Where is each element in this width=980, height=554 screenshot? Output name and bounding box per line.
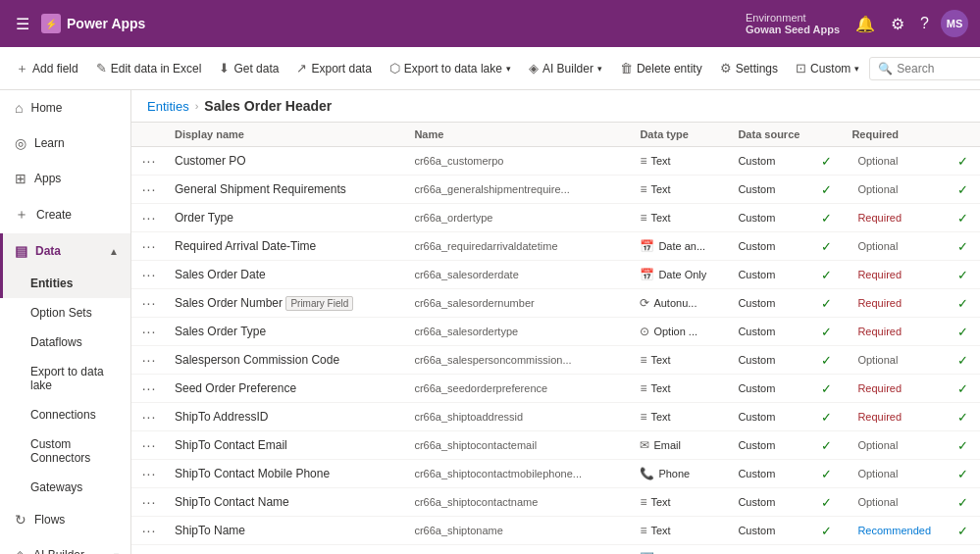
row-check-2[interactable]: ✓	[808, 204, 844, 232]
row-more-8[interactable]: ···	[131, 375, 167, 403]
sidebar-item-option-sets[interactable]: Option Sets	[0, 298, 130, 327]
row-more-4[interactable]: ···	[131, 261, 167, 289]
export-data-button[interactable]: ↗ Export data	[288, 56, 379, 80]
row-end-check-1[interactable]: ✓	[945, 176, 980, 204]
more-dots-icon[interactable]: ···	[142, 494, 157, 510]
sidebar-item-export-lake[interactable]: Export to data lake	[0, 357, 130, 400]
settings-button[interactable]: ⚙ Settings	[712, 56, 786, 80]
more-dots-icon[interactable]: ···	[142, 380, 157, 396]
more-dots-icon[interactable]: ···	[142, 523, 157, 538]
row-end-check-0[interactable]: ✓	[945, 147, 980, 176]
sidebar-item-dataflows[interactable]: Dataflows	[0, 327, 130, 357]
row-end-check-5[interactable]: ✓	[945, 289, 980, 318]
row-end-check-7[interactable]: ✓	[945, 346, 980, 375]
row-datasrc-7: Custom	[730, 346, 808, 375]
export-lake-button[interactable]: ⬡ Export to data lake ▾	[382, 56, 519, 80]
row-check-1[interactable]: ✓	[808, 176, 844, 204]
row-end-check-6[interactable]: ✓	[945, 318, 980, 346]
more-dots-icon[interactable]: ···	[142, 238, 157, 254]
sidebar-item-gateways[interactable]: Gateways	[0, 473, 130, 502]
sidebar-item-create[interactable]: ＋ Create	[0, 196, 130, 233]
row-check-5[interactable]: ✓	[808, 289, 844, 318]
sidebar-item-ai-builder[interactable]: ◈ AI Builder ▾	[0, 537, 130, 554]
row-more-9[interactable]: ···	[131, 403, 167, 431]
row-check-7[interactable]: ✓	[808, 346, 844, 375]
more-dots-icon[interactable]: ···	[142, 267, 157, 282]
col-header-name[interactable]: Name	[406, 123, 632, 147]
more-dots-icon[interactable]: ···	[142, 210, 157, 226]
row-end-check-13[interactable]: ✓	[945, 517, 980, 545]
more-dots-icon[interactable]: ···	[142, 153, 157, 169]
row-check-12[interactable]: ✓	[808, 488, 844, 517]
sidebar-item-flows[interactable]: ↻ Flows	[0, 502, 130, 537]
row-check-10[interactable]: ✓	[808, 431, 844, 460]
search-box[interactable]: 🔍	[869, 57, 980, 80]
col-header-type[interactable]: Data type	[632, 123, 730, 147]
hamburger-icon[interactable]: ☰	[12, 11, 33, 37]
row-check-6[interactable]: ✓	[808, 318, 844, 346]
row-check-8[interactable]: ✓	[808, 375, 844, 403]
row-more-14[interactable]: ···	[131, 545, 167, 555]
col-header-display[interactable]: Display name	[167, 123, 406, 147]
row-end-check-4[interactable]: ✓	[945, 261, 980, 289]
col-header-required[interactable]: Required	[844, 123, 945, 147]
more-dots-icon[interactable]: ···	[142, 437, 157, 453]
col-header-datasrc[interactable]: Data source	[730, 123, 808, 147]
row-end-check-9[interactable]: ✓	[945, 403, 980, 431]
row-end-check-12[interactable]: ✓	[945, 488, 980, 517]
row-check-3[interactable]: ✓	[808, 232, 844, 261]
help-icon[interactable]: ?	[916, 11, 933, 36]
more-dots-icon[interactable]: ···	[142, 409, 157, 425]
row-end-check-8[interactable]: ✓	[945, 375, 980, 403]
breadcrumb-entities-link[interactable]: Entities	[147, 99, 189, 114]
row-check-9[interactable]: ✓	[808, 403, 844, 431]
sidebar-item-home[interactable]: ⌂ Home	[0, 90, 130, 126]
row-end-check-11[interactable]: ✓	[945, 460, 980, 488]
row-more-7[interactable]: ···	[131, 346, 167, 375]
custom-button[interactable]: ⊡ Custom ▾	[788, 56, 867, 80]
row-more-12[interactable]: ···	[131, 488, 167, 517]
row-check-11[interactable]: ✓	[808, 460, 844, 488]
row-check-14[interactable]: ✓	[808, 545, 844, 555]
more-dots-icon[interactable]: ···	[142, 324, 157, 339]
row-more-11[interactable]: ···	[131, 460, 167, 488]
edit-data-icon: ✎	[96, 61, 107, 76]
avatar[interactable]: MS	[941, 10, 968, 37]
settings-icon[interactable]: ⚙	[887, 11, 908, 37]
add-field-button[interactable]: ＋ Add field	[8, 55, 86, 82]
search-input[interactable]	[897, 62, 980, 76]
more-dots-icon[interactable]: ···	[142, 295, 157, 311]
edit-data-button[interactable]: ✎ Edit data in Excel	[88, 56, 210, 80]
ai-builder-button[interactable]: ◈ AI Builder ▾	[521, 56, 610, 80]
row-end-check-2[interactable]: ✓	[945, 204, 980, 232]
row-more-0[interactable]: ···	[131, 147, 167, 176]
custom-chevron: ▾	[854, 64, 859, 74]
sidebar-item-learn[interactable]: ◎ Learn	[0, 126, 130, 161]
more-dots-icon[interactable]: ···	[142, 466, 157, 481]
get-data-button[interactable]: ⬇ Get data	[211, 56, 286, 80]
sidebar-item-entities[interactable]: Entities	[0, 269, 130, 298]
row-more-1[interactable]: ···	[131, 176, 167, 204]
sidebar-item-data[interactable]: ▤ Data ▲	[0, 233, 130, 269]
row-check-0[interactable]: ✓	[808, 147, 844, 176]
row-check-13[interactable]: ✓	[808, 517, 844, 545]
sidebar-item-custom-connectors[interactable]: Custom Connectors	[0, 429, 130, 473]
row-end-check-14[interactable]: ✓	[945, 545, 980, 555]
row-end-check-3[interactable]: ✓	[945, 232, 980, 261]
row-more-5[interactable]: ···	[131, 289, 167, 318]
export-data-icon: ↗	[296, 61, 307, 76]
row-more-10[interactable]: ···	[131, 431, 167, 460]
row-more-6[interactable]: ···	[131, 318, 167, 346]
row-type-8: ≡ Text	[632, 375, 730, 403]
row-more-3[interactable]: ···	[131, 232, 167, 261]
delete-entity-button[interactable]: 🗑 Delete entity	[612, 56, 710, 80]
row-check-4[interactable]: ✓	[808, 261, 844, 289]
more-dots-icon[interactable]: ···	[142, 181, 157, 197]
notification-icon[interactable]: 🔔	[851, 11, 879, 37]
row-more-2[interactable]: ···	[131, 204, 167, 232]
row-more-13[interactable]: ···	[131, 517, 167, 545]
sidebar-item-connections[interactable]: Connections	[0, 400, 130, 429]
row-end-check-10[interactable]: ✓	[945, 431, 980, 460]
sidebar-item-apps[interactable]: ⊞ Apps	[0, 161, 130, 196]
more-dots-icon[interactable]: ···	[142, 352, 157, 368]
